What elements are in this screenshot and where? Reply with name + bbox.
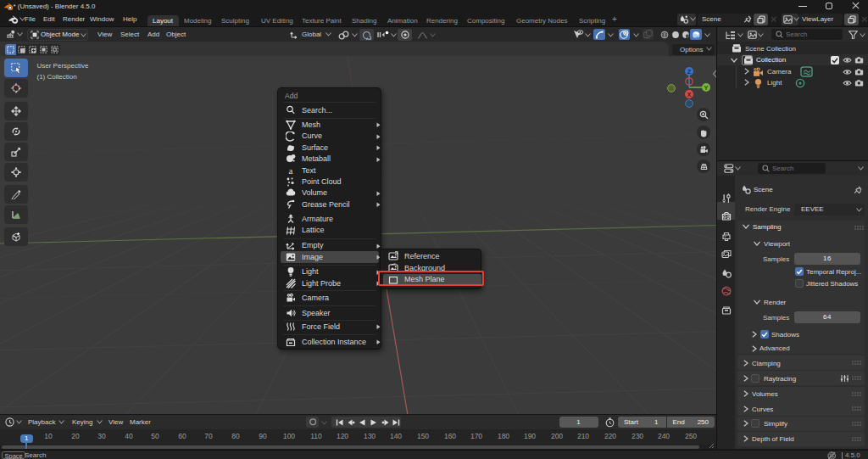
svg-text:Y: Y [704, 84, 708, 92]
svg-text:a: a [289, 165, 293, 176]
svg-text:Z: Z [687, 68, 692, 76]
svg-text:X: X [687, 91, 691, 98]
